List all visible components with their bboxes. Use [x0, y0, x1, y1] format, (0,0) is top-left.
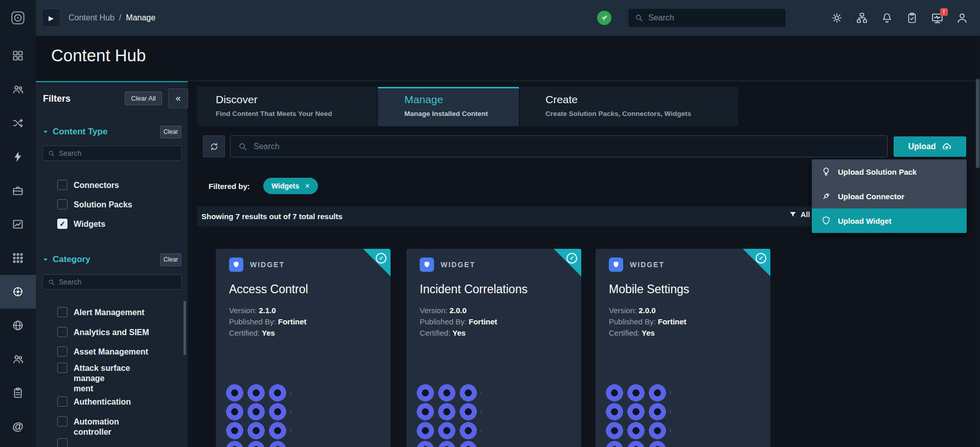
- search-icon: [634, 13, 644, 22]
- category-search[interactable]: [42, 274, 182, 290]
- filter-option-widgets[interactable]: Widgets: [57, 219, 105, 229]
- card-type-badge: WIDGET: [630, 261, 665, 269]
- content-type-search[interactable]: [42, 146, 182, 161]
- filtered-by-label: Filtered by:: [209, 182, 250, 191]
- checkbox[interactable]: [57, 416, 67, 427]
- sidebar-item-reports[interactable]: [0, 207, 36, 241]
- upload-button[interactable]: Upload: [894, 136, 966, 157]
- card-type-header: WIDGET: [609, 257, 665, 272]
- fortiguard-status-icon[interactable]: [597, 11, 611, 25]
- notifications-button[interactable]: [879, 10, 895, 26]
- play-icon: ▶: [49, 14, 54, 22]
- sidebar-toggle-button[interactable]: ▶: [42, 9, 60, 27]
- certified-label: Certified:: [420, 328, 450, 337]
- card-type-badge: WIDGET: [441, 261, 475, 269]
- collapse-filters-button[interactable]: «: [168, 88, 188, 108]
- breadcrumb-parent[interactable]: Content Hub: [69, 13, 115, 22]
- sidebar-item-content-hub[interactable]: [0, 275, 36, 309]
- funnel-icon: [789, 210, 797, 219]
- menu-item-upload-widget[interactable]: Upload Widget: [812, 208, 967, 233]
- filter-option-solution-packs[interactable]: Solution Packs: [57, 199, 132, 210]
- sidebar-item-automation[interactable]: [0, 140, 36, 174]
- breadcrumb-separator: /: [119, 13, 121, 22]
- filters-scrollbar-thumb[interactable]: [184, 301, 186, 355]
- publisher-value: Fortinet: [278, 317, 307, 326]
- tab-discover[interactable]: Discover Find Content That Meets Your Ne…: [197, 87, 377, 126]
- sidebar-item-connectors[interactable]: [0, 309, 36, 342]
- sidebar-item-queue-management[interactable]: [0, 73, 36, 106]
- tab-create[interactable]: Create Create Solution Packs, Connectors…: [520, 87, 738, 126]
- option-label: Automation controller: [74, 417, 158, 437]
- clear-all-filters-button[interactable]: Clear All: [125, 91, 162, 105]
- main-sidebar: @: [0, 36, 36, 447]
- category-search-input[interactable]: [59, 278, 177, 286]
- card-meta: Version:2.1.0 Published By:Fortinet Cert…: [229, 305, 307, 339]
- menu-item-upload-solution-pack[interactable]: Upload Solution Pack: [812, 159, 967, 184]
- certified-label: Certified:: [229, 328, 260, 337]
- content-card-incident-correlations[interactable]: ✓ WIDGET Incident Correlations Version:2…: [406, 249, 581, 447]
- content-card-access-control[interactable]: ✓ WIDGET Access Control Version:2.1.0 Pu…: [216, 249, 391, 447]
- filter-option-asset-management[interactable]: Asset Management: [57, 346, 148, 357]
- checkbox[interactable]: [57, 363, 67, 373]
- card-certified: Certified:Yes: [609, 327, 687, 339]
- content-type-search-input[interactable]: [59, 149, 177, 157]
- version-value: 2.0.0: [639, 306, 655, 315]
- global-search[interactable]: [628, 8, 786, 28]
- content-search[interactable]: [230, 135, 887, 157]
- filter-option-partial[interactable]: [57, 438, 67, 447]
- sidebar-item-dashboard[interactable]: [0, 39, 36, 73]
- filter-chip-widgets[interactable]: Widgets ✕: [263, 178, 318, 194]
- option-label: Widgets: [74, 219, 105, 229]
- clear-category-button[interactable]: Clear: [160, 253, 181, 266]
- section-title-category[interactable]: Category: [53, 254, 90, 265]
- content-card-mobile-settings[interactable]: ✓ WIDGET Mobile Settings Version:2.0.0 P…: [596, 249, 770, 447]
- page-scrollbar-thumb[interactable]: [976, 79, 979, 168]
- clipboard-icon: [12, 387, 24, 399]
- sidebar-item-playbooks[interactable]: [0, 106, 36, 140]
- filter-option-authentication[interactable]: Authentication: [57, 396, 131, 407]
- sitemap-icon: [856, 12, 868, 24]
- sidebar-item-applications[interactable]: [0, 241, 36, 275]
- chip-remove-icon[interactable]: ✕: [305, 182, 310, 190]
- card-meta: Version:2.0.0 Published By:Fortinet Cert…: [420, 305, 497, 339]
- hierarchy-button[interactable]: [854, 10, 870, 26]
- app-logo[interactable]: [0, 0, 36, 36]
- user-menu-button[interactable]: [954, 10, 970, 26]
- filter-option-connectors[interactable]: Connectors: [57, 180, 119, 191]
- checkbox[interactable]: [57, 327, 67, 337]
- approvals-button[interactable]: [904, 10, 920, 26]
- refresh-button[interactable]: [203, 135, 225, 157]
- content-search-input[interactable]: [254, 142, 880, 151]
- filter-option-attack-surface-management[interactable]: Attack surface manage ment: [57, 363, 158, 394]
- filter-option-alert-management[interactable]: Alert Management: [57, 307, 145, 318]
- installed-corner-ribbon: [554, 249, 581, 276]
- global-search-input[interactable]: [648, 13, 780, 22]
- section-title-content-type[interactable]: Content Type: [53, 127, 107, 137]
- checkbox[interactable]: [57, 438, 67, 447]
- checkbox[interactable]: [57, 180, 67, 190]
- war-room-button[interactable]: !: [929, 10, 945, 26]
- solution-pack-icon: [821, 167, 831, 177]
- search-icon: [48, 278, 55, 286]
- dashboard-icon: [12, 50, 24, 62]
- results-scope-filter[interactable]: All: [789, 210, 810, 219]
- certified-label: Certified:: [609, 328, 640, 337]
- checkbox[interactable]: [57, 396, 67, 407]
- clear-content-type-button[interactable]: Clear: [160, 126, 181, 138]
- card-title: Access Control: [229, 283, 308, 296]
- option-label: Solution Packs: [74, 200, 132, 210]
- checkbox-checked[interactable]: [57, 219, 67, 229]
- sidebar-item-mentions[interactable]: @: [0, 410, 36, 443]
- menu-item-upload-connector[interactable]: Upload Connector: [812, 184, 967, 208]
- sidebar-item-resources[interactable]: [0, 174, 36, 207]
- sidebar-item-user-management[interactable]: [0, 342, 36, 376]
- checkbox[interactable]: [57, 199, 67, 209]
- tab-manage[interactable]: Manage Manage Installed Content: [378, 87, 519, 126]
- settings-button[interactable]: [829, 10, 845, 26]
- publisher-value: Fortinet: [658, 317, 687, 326]
- sidebar-item-task-management[interactable]: [0, 376, 36, 410]
- filter-option-automation-controller[interactable]: Automation controller: [57, 416, 158, 437]
- filter-option-analytics-and-siem[interactable]: Analytics and SIEM: [57, 327, 149, 338]
- checkbox[interactable]: [57, 307, 67, 317]
- checkbox[interactable]: [57, 346, 67, 357]
